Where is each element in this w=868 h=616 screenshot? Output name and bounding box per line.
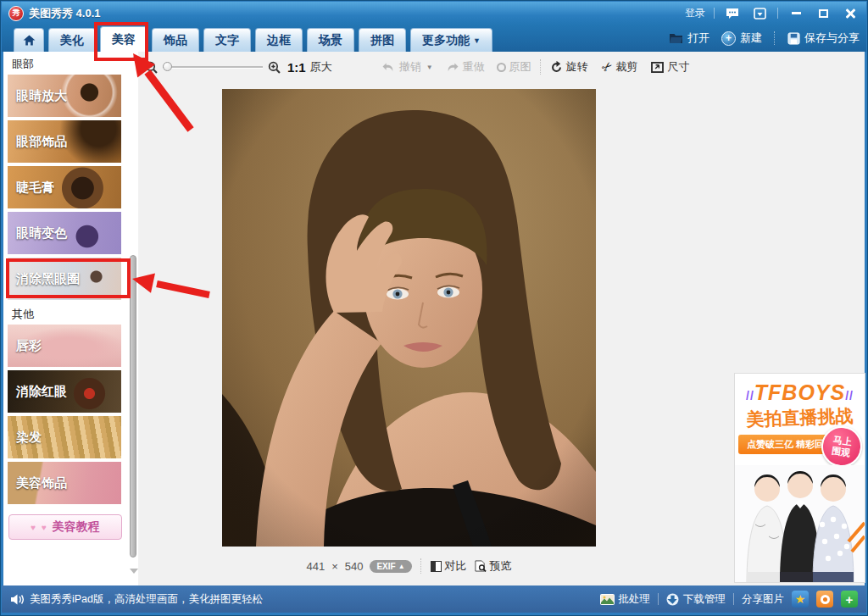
sidebar-item-lip-gloss[interactable]: 唇彩 [8,325,121,367]
section-label-other: 其他 [3,303,128,325]
weibo-share-icon[interactable] [816,591,833,608]
ad-cta-button[interactable]: 马上 围观 [819,424,865,469]
tab-accessories[interactable]: 饰品 [152,28,199,52]
open-label: 打开 [687,31,709,46]
undo-icon [381,62,396,73]
scroll-up-icon[interactable] [130,56,138,61]
ad-boys-photo [735,465,865,582]
zoom-ratio-value[interactable]: 1:1 [287,60,306,75]
folder-icon [669,32,683,44]
tray-minimize-icon[interactable] [750,6,769,21]
speaker-icon[interactable] [10,594,24,605]
content-area: 眼部 眼睛放大 眼部饰品 睫毛膏 眼睛变色 消除黑眼圈 其他 唇彩 消除红眼 染… [3,52,865,585]
zoom-original-size-button[interactable]: 原大 [310,59,332,75]
photo-width-value: 441 [306,560,325,573]
zoom-slider[interactable] [163,62,263,72]
qzone-share-icon[interactable]: ★ [792,591,809,608]
new-button[interactable]: + 新建 [721,31,762,46]
login-link[interactable]: 登录 [685,6,705,20]
meitu-app-window: 秀 美图秀秀 4.0.1 登录 美化 美容 饰品 文字 边框 [0,0,868,616]
beauty-tutorial-button[interactable]: ♥ ♥ 美容教程 [8,514,122,540]
batch-label: 批处理 [619,592,651,607]
resize-button[interactable]: 尺寸 [651,59,689,75]
compare-label: 对比 [445,558,467,574]
save-share-button[interactable]: 保存与分享 [787,31,860,46]
rotate-icon [550,61,563,74]
undo-dropdown-icon[interactable]: ▼ [426,64,433,71]
preview-button[interactable]: 预览 [474,558,512,574]
star-icon: ★ [795,592,806,606]
zoom-original-label: 原大 [310,59,332,75]
batch-process-button[interactable]: 批处理 [600,592,651,607]
zoom-in-button[interactable] [268,61,281,74]
tab-collage[interactable]: 拼图 [359,28,406,52]
ad-cta-line2: 围观 [831,445,851,458]
undo-label: 撤销 [399,59,421,75]
scroll-down-icon[interactable] [130,569,138,574]
more-share-icon[interactable]: + [841,591,858,608]
sidebar-item-eye-accessories[interactable]: 眼部饰品 [8,120,121,163]
rotate-label: 旋转 [566,59,588,75]
zoom-in-icon [268,61,281,74]
tab-home[interactable] [14,28,44,52]
plus-circle-icon: + [721,31,736,46]
original-image-button[interactable]: 原图 [497,59,531,75]
home-icon [23,35,36,46]
titlebar-separator [777,8,778,19]
edit-canvas: 1:1 原大 撤销 ▼ 重做 原图 旋转 [138,52,865,585]
crop-button[interactable]: ✂ 裁剪 [602,59,638,75]
tab-beautify[interactable]: 美化 [48,28,96,52]
statusbar: 美图秀秀iPad版，高清处理画面，美化拼图更轻松 批处理 下载管理 分享图片 ★… [2,585,866,613]
sidebar-item-remove-dark-circles[interactable]: 消除黑眼圈 [8,258,121,300]
undo-button[interactable]: 撤销 ▼ [381,59,433,75]
preview-icon [474,560,487,572]
rotate-button[interactable]: 旋转 [550,59,588,75]
share-images-button[interactable]: 分享图片 [742,592,784,607]
batch-image-icon [600,594,615,605]
redo-button[interactable]: 重做 [445,59,485,75]
sidebar-item-hair-dye[interactable]: 染发 [8,416,121,458]
tab-label: 美容 [112,32,136,47]
photo-being-edited[interactable] [222,89,596,547]
tab-frame[interactable]: 边框 [255,28,303,52]
titlebar[interactable]: 秀 美图秀秀 4.0.1 登录 [2,2,866,25]
tile-label: 唇彩 [16,338,42,354]
sidebar-item-eye-enlarge[interactable]: 眼睛放大 [8,75,121,117]
minimize-button[interactable] [787,6,805,21]
compare-button[interactable]: 对比 [431,558,467,574]
sidebar-item-beauty-accessories[interactable]: 美容饰品 [8,462,121,504]
download-manager-button[interactable]: 下载管理 [666,592,726,607]
sidebar-scrollbar[interactable] [128,52,138,585]
maximize-button[interactable] [814,6,832,21]
tfboys-ad-banner[interactable]: //TFBOYS// 美拍直播挑战 点赞破三亿 精彩回放 马上 围观 [734,373,865,583]
tab-more-features[interactable]: 更多功能▼ [410,28,492,52]
share-label: 分享图片 [742,592,784,607]
crop-label: 裁剪 [615,59,637,75]
weibo-eye-icon [821,595,830,604]
app-title: 美图秀秀 4.0.1 [29,6,101,21]
original-image-icon [497,63,506,72]
resize-label: 尺寸 [667,59,689,75]
save-icon [787,32,800,45]
ad-slash-icon: // [746,389,754,402]
zoom-slider-track[interactable] [163,66,263,69]
sidebar-item-eye-color[interactable]: 眼睛变色 [8,212,121,254]
sidebar-item-mascara[interactable]: 睫毛膏 [8,166,121,208]
dimension-times: × [331,560,338,573]
sidebar-item-remove-red-eye[interactable]: 消除红眼 [8,370,121,413]
tab-text[interactable]: 文字 [203,28,251,52]
tile-label: 染发 [16,430,42,446]
tile-label: 消除红眼 [16,384,67,400]
open-button[interactable]: 打开 [669,31,709,46]
tab-scene[interactable]: 场景 [307,28,354,52]
feedback-chat-icon[interactable] [723,6,742,21]
scrollbar-thumb[interactable] [130,255,136,558]
exif-badge[interactable]: EXIF▲ [370,560,411,573]
zoom-slider-handle[interactable] [163,62,172,71]
resize-icon [651,62,664,73]
canvas-toolbar: 1:1 原大 撤销 ▼ 重做 原图 旋转 [138,52,865,82]
tab-beauty[interactable]: 美容 [100,26,147,52]
close-button[interactable] [841,6,860,21]
preview-label: 预览 [490,558,512,574]
zoom-out-button[interactable] [145,61,158,74]
